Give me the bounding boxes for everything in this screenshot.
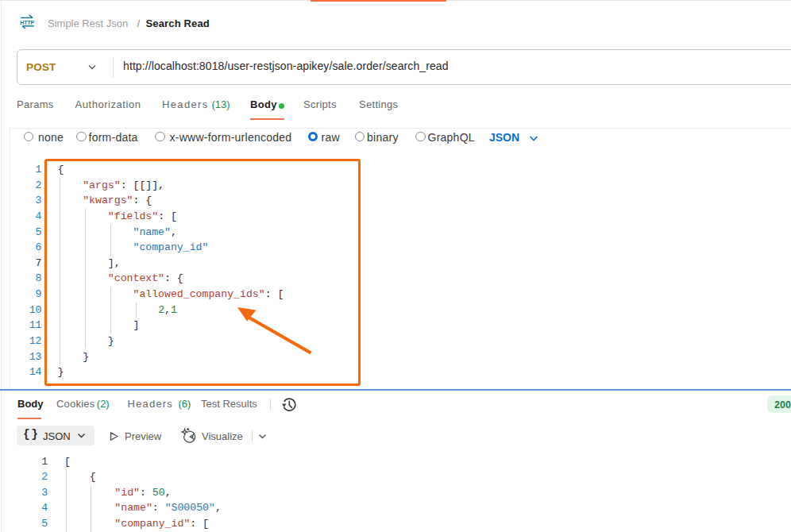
- svg-text:HTTP: HTTP: [20, 19, 34, 26]
